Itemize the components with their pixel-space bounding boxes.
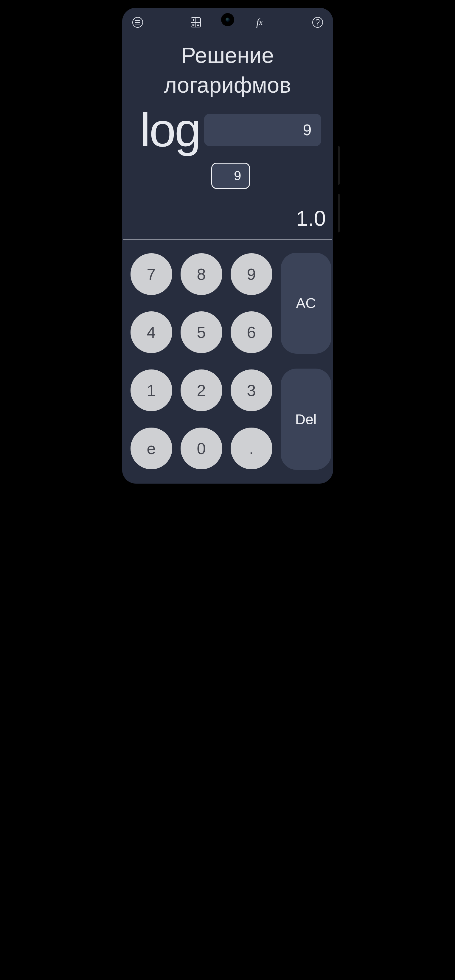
- key-9[interactable]: 9: [231, 253, 272, 295]
- keypad: 7 8 9 AC 4 5 6 1 2 3 Del e 0 .: [122, 240, 333, 484]
- menu-icon[interactable]: [131, 16, 144, 29]
- argument-value: 9: [303, 121, 312, 139]
- log-symbol: log: [140, 106, 200, 154]
- key-3[interactable]: 3: [231, 369, 272, 411]
- key-8[interactable]: 8: [181, 253, 222, 295]
- key-ac[interactable]: AC: [281, 253, 331, 354]
- key-dot[interactable]: .: [231, 428, 272, 469]
- help-icon[interactable]: [311, 16, 324, 29]
- side-button-volume-up: [338, 146, 340, 185]
- base-value: 9: [234, 169, 241, 183]
- key-6[interactable]: 6: [231, 311, 272, 353]
- key-del[interactable]: Del: [281, 369, 331, 470]
- svg-point-14: [313, 17, 323, 27]
- key-0[interactable]: 0: [181, 428, 222, 469]
- fx-icon[interactable]: fx: [253, 16, 266, 29]
- key-7[interactable]: 7: [130, 253, 172, 295]
- key-ac-wrap: AC: [281, 250, 331, 357]
- argument-input[interactable]: 9: [204, 114, 321, 146]
- calc-grid-icon[interactable]: [189, 16, 202, 29]
- key-2[interactable]: 2: [181, 369, 222, 411]
- expression-area: log 9 9: [122, 103, 333, 189]
- camera-hole: [221, 13, 234, 26]
- base-row: 9: [140, 163, 321, 189]
- result-value: 1.0: [122, 189, 333, 239]
- key-1[interactable]: 1: [130, 369, 172, 411]
- log-row: log 9: [140, 106, 321, 154]
- page-title: Решение логарифмов: [122, 32, 333, 103]
- side-button-volume-down: [338, 194, 340, 232]
- app-screen: fx Решение логарифмов log 9: [122, 8, 333, 484]
- svg-point-15: [317, 25, 318, 25]
- phone-frame: fx Решение логарифмов log 9: [118, 3, 338, 488]
- base-input[interactable]: 9: [211, 163, 250, 189]
- key-5[interactable]: 5: [181, 311, 222, 353]
- key-del-wrap: Del: [281, 366, 331, 473]
- key-e[interactable]: e: [130, 428, 172, 469]
- key-4[interactable]: 4: [130, 311, 172, 353]
